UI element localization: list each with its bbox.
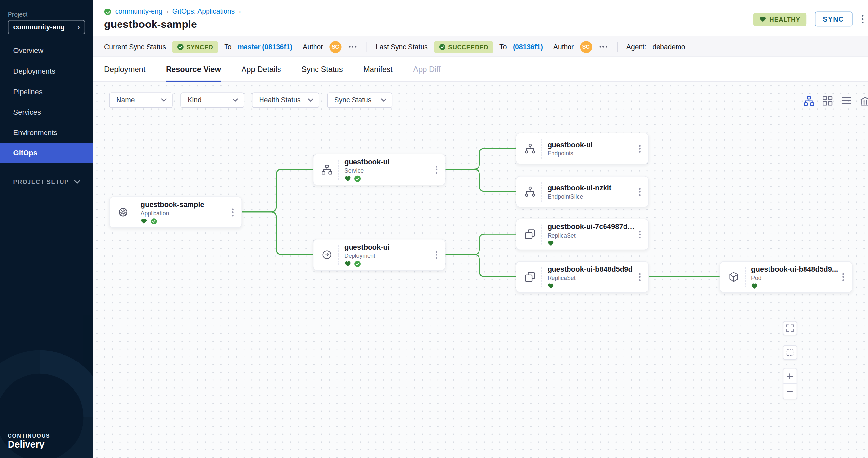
current-sync-value: SYNCED xyxy=(187,43,213,50)
chevron-down-icon xyxy=(74,179,80,184)
author-label: Author xyxy=(554,43,574,51)
replicaset-icon xyxy=(523,270,537,283)
sidebar-item-label: Services xyxy=(13,108,41,116)
sync-button[interactable]: SYNC xyxy=(815,12,852,27)
divider xyxy=(617,42,618,52)
brand-line2: Delivery xyxy=(8,439,51,451)
filter-name[interactable]: Name xyxy=(109,92,173,108)
resource-node-application[interactable]: guestbook-sample Application xyxy=(109,196,242,228)
healthy-heart-icon xyxy=(344,175,351,182)
filter-health-status[interactable]: Health Status xyxy=(252,92,319,108)
selection-mode-button[interactable] xyxy=(782,345,797,360)
tree-view-icon[interactable] xyxy=(803,95,814,106)
sidebar-item-environments[interactable]: Environments xyxy=(0,122,93,143)
resource-node-pod[interactable]: guestbook-ui-b848d5d9... Pod xyxy=(720,261,852,292)
node-title: guestbook-sample xyxy=(141,200,228,208)
sidebar-item-services[interactable]: Services xyxy=(0,102,93,122)
resource-node-service[interactable]: guestbook-ui Service xyxy=(313,154,446,185)
filter-label: Name xyxy=(116,96,134,104)
heart-icon xyxy=(760,16,766,22)
agent-label: Agent: xyxy=(626,43,646,51)
node-body: guestbook-ui-b848d5d9... Pod xyxy=(751,265,839,289)
more-options-icon[interactable] xyxy=(348,45,358,49)
zoom-controls xyxy=(782,368,797,399)
node-kebab-menu[interactable] xyxy=(228,208,237,216)
sidebar-item-overview[interactable]: Overview xyxy=(0,40,93,61)
tab-app-diff: App Diff xyxy=(413,57,440,81)
application-icon xyxy=(116,206,130,219)
node-title: guestbook-ui-nzklt xyxy=(548,184,635,192)
tab-app-details[interactable]: App Details xyxy=(242,57,281,81)
replicaset-icon xyxy=(523,228,537,241)
breadcrumb-project-link[interactable]: community-eng xyxy=(115,8,163,16)
zoom-out-button[interactable] xyxy=(783,384,797,399)
last-target-link[interactable]: (08136f1) xyxy=(513,43,543,51)
node-divider xyxy=(541,182,542,202)
project-setup-toggle[interactable]: PROJECT SETUP xyxy=(13,178,80,185)
project-selector[interactable]: community-eng › xyxy=(8,20,86,34)
resource-node-endpointslice[interactable]: guestbook-ui-nzklt EndpointSlice xyxy=(516,176,649,207)
tab-deployment[interactable]: Deployment xyxy=(104,57,145,81)
node-kebab-menu[interactable] xyxy=(635,273,644,281)
node-body: guestbook-ui-b848d5d9d ReplicaSet xyxy=(548,265,635,289)
project-setup-label: PROJECT SETUP xyxy=(13,178,69,185)
resource-node-replicaset-7c64987dc9[interactable]: guestbook-ui-7c64987dc9 ReplicaSet xyxy=(516,219,649,250)
synced-check-icon xyxy=(354,175,361,182)
last-sync-badge: SUCCEEDED xyxy=(434,40,493,53)
filter-kind[interactable]: Kind xyxy=(180,92,244,108)
breadcrumb-separator: › xyxy=(239,8,241,16)
sidebar-item-pipelines[interactable]: Pipelines xyxy=(0,81,93,102)
node-body: guestbook-sample Application xyxy=(141,200,228,224)
node-kind: Endpoints xyxy=(548,150,635,156)
more-options-icon[interactable] xyxy=(598,45,608,49)
gitops-app-icon xyxy=(104,8,111,15)
node-kebab-menu[interactable] xyxy=(635,230,644,238)
filter-row: Name Kind Health Status Sync Status xyxy=(109,92,393,108)
synced-check-icon xyxy=(354,260,361,267)
list-view-icon[interactable] xyxy=(841,95,852,106)
sync-status-bar: Current Sync Status SYNCED To master (08… xyxy=(93,37,868,57)
zoom-in-button[interactable] xyxy=(783,368,797,384)
node-kind: Application xyxy=(141,209,228,216)
node-kind: Service xyxy=(344,167,432,173)
endpointslice-icon xyxy=(523,186,537,198)
health-status-badge: HEALTHY xyxy=(753,12,806,26)
node-body: guestbook-ui-7c64987dc9 ReplicaSet xyxy=(548,222,635,246)
healthy-heart-icon xyxy=(751,283,758,289)
filter-label: Sync Status xyxy=(335,96,371,104)
node-kebab-menu[interactable] xyxy=(635,144,644,153)
sidebar: Project community-eng › Overview Deploym… xyxy=(0,0,93,458)
tab-resource-view[interactable]: Resource View xyxy=(166,57,221,81)
author-avatar[interactable]: SC xyxy=(329,40,341,53)
sidebar-item-gitops[interactable]: GitOps xyxy=(0,143,93,163)
group-view-icon[interactable] xyxy=(860,95,868,106)
filter-sync-status[interactable]: Sync Status xyxy=(327,92,393,108)
chevron-down-icon xyxy=(308,98,313,102)
node-title: guestbook-ui xyxy=(344,243,432,251)
breadcrumb-section-link[interactable]: GitOps: Applications xyxy=(173,8,235,16)
last-sync-value: SUCCEEDED xyxy=(448,43,488,50)
grid-view-icon[interactable] xyxy=(822,95,833,106)
node-divider xyxy=(541,139,542,159)
current-target-link[interactable]: master (08136f1) xyxy=(238,43,292,51)
resource-tree-canvas[interactable]: Name Kind Health Status Sync Status xyxy=(93,82,868,458)
app-options-kebab-icon[interactable] xyxy=(861,14,865,25)
fullscreen-button[interactable] xyxy=(782,321,797,335)
tab-manifest[interactable]: Manifest xyxy=(363,57,393,81)
resource-node-deployment[interactable]: guestbook-ui Deployment xyxy=(313,239,446,270)
node-status xyxy=(751,282,839,289)
node-divider xyxy=(541,224,542,244)
header-actions: HEALTHY SYNC xyxy=(753,12,865,27)
node-kebab-menu[interactable] xyxy=(432,166,440,174)
sidebar-item-deployments[interactable]: Deployments xyxy=(0,61,93,81)
node-kebab-menu[interactable] xyxy=(635,188,644,196)
service-icon xyxy=(319,163,334,176)
resource-node-endpoints[interactable]: guestbook-ui Endpoints xyxy=(516,133,649,164)
node-divider xyxy=(745,267,746,287)
current-sync-label: Current Sync Status xyxy=(104,43,166,51)
author-avatar[interactable]: SC xyxy=(580,40,592,53)
node-kebab-menu[interactable] xyxy=(839,273,847,281)
resource-node-replicaset-b848d5d9d[interactable]: guestbook-ui-b848d5d9d ReplicaSet xyxy=(516,261,649,292)
node-kebab-menu[interactable] xyxy=(432,251,440,259)
tab-sync-status[interactable]: Sync Status xyxy=(302,57,343,81)
